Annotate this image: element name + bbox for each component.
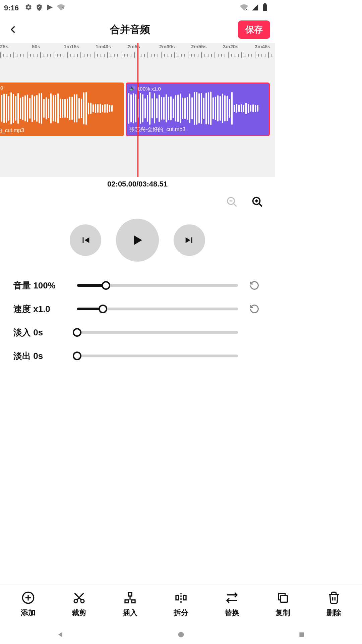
timeline[interactable]: 25s50s1m15s1m40s2m5s2m30s2m55s3m20s3m45s… [0,43,275,177]
play-store-icon [46,4,54,12]
zoom-in-button[interactable] [251,195,264,209]
shield-icon [36,4,43,12]
battery-icon [262,3,267,13]
app-header: 合并音频 保存 [0,16,275,43]
next-button[interactable] [174,224,205,256]
clip-filename: 会好的_cut.mp3 [0,127,24,134]
back-button[interactable] [5,21,22,38]
fadein-slider[interactable] [77,331,238,334]
fadeout-slider[interactable] [77,355,238,357]
audio-clip-1[interactable]: 🔊x1.0 会好的_cut.mp3 [0,83,124,136]
signal-icon [251,4,259,12]
speed-slider[interactable] [77,308,238,310]
svg-text:?: ? [62,7,64,11]
wifi-question-icon: ? [57,3,65,13]
volume-label: 音量 100% [13,280,77,291]
speed-label: 速度 x1.0 [13,303,77,315]
volume-reset-button[interactable] [247,278,261,292]
fadein-label: 淡入 0s [13,327,77,338]
audio-clip-2[interactable]: 🔊100% x1.0 张艺兴-会好的_cut.mp3 [126,83,270,136]
svg-line-5 [234,204,237,207]
gear-icon [25,4,32,12]
svg-text:✕: ✕ [245,8,248,11]
zoom-out-button[interactable] [225,195,239,209]
play-button[interactable] [116,219,159,262]
wifi-off-icon: ✕ [240,3,248,13]
volume-slider[interactable] [77,284,238,287]
svg-rect-3 [264,3,266,4]
status-time: 9:16 [4,4,19,12]
playhead[interactable] [137,43,138,177]
save-button[interactable]: 保存 [238,20,270,39]
svg-line-8 [259,204,262,207]
fadeout-label: 淡出 0s [13,350,77,362]
speed-reset-button[interactable] [247,302,261,316]
page-title: 合并音频 [22,23,238,37]
sliders-panel: 音量 100% 速度 x1.0 淡入 0s 淡出 0s [0,262,275,368]
time-readout: 02:05.00/03:48.51 [0,180,275,189]
status-bar: 9:16 ? ✕ [0,0,275,16]
svg-rect-2 [263,4,267,11]
transport-controls [0,219,275,262]
prev-button[interactable] [70,224,101,256]
